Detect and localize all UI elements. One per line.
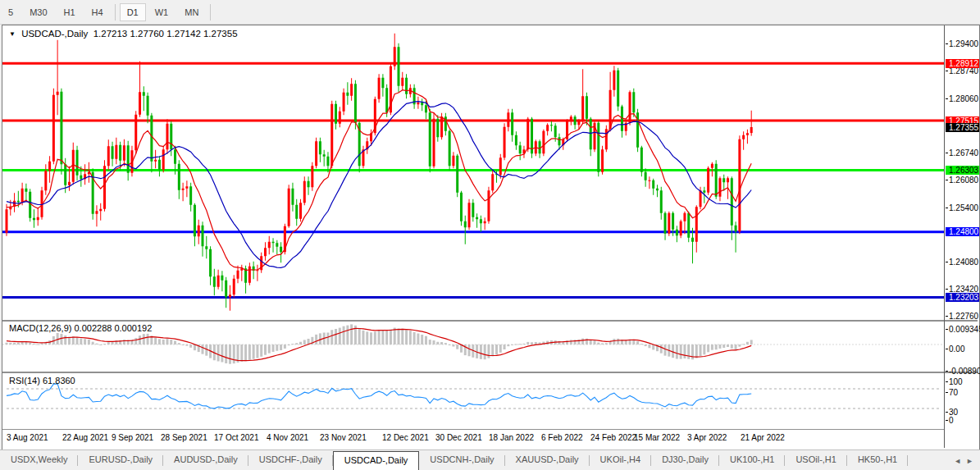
pane-separator[interactable]: [2, 372, 978, 373]
macd-axis-tick: 0.00: [949, 345, 964, 354]
axis-divider: [944, 25, 945, 448]
chart-tab-ukoil-h4[interactable]: UKOil-,H4: [590, 450, 652, 470]
timeframe-toolbar: 5M30H1H4D1W1MN: [0, 0, 980, 25]
price-axis-tick: 1.26740: [949, 148, 978, 157]
chart-tab-audusd-daily[interactable]: AUDUSD-,Daily: [163, 450, 248, 470]
date-axis: 3 Aug 202122 Aug 20219 Sep 202128 Sep 20…: [2, 429, 944, 449]
chart-window: ▼ USDCAD-,Daily 1.27213 1.27760 1.27142 …: [2, 25, 980, 450]
mt4-window: 5M30H1H4D1W1MN ▼ USDCAD-,Daily 1.27213 1…: [0, 0, 980, 470]
chart-tab-usdchf-daily[interactable]: USDCHF-,Daily: [248, 450, 333, 470]
chart-ohlc-values: 1.27213 1.27760 1.27142 1.27355: [93, 29, 238, 39]
date-axis-label: 3 Apr 2022: [687, 433, 727, 442]
chart-tab-xauusd-daily[interactable]: XAUUSD-,Daily: [505, 450, 590, 470]
timeframe-button-w1[interactable]: W1: [148, 3, 176, 21]
level-price-badge: 1.24800: [946, 227, 979, 236]
chart-tab-hk50-h1[interactable]: HK50-,H1: [847, 450, 908, 470]
date-axis-label: 18 Jan 2022: [489, 433, 534, 442]
date-axis-label: 28 Sep 2021: [161, 433, 207, 442]
date-axis-label: 9 Sep 2021: [112, 433, 153, 442]
chart-symbol-label: USDCAD-,Daily: [21, 29, 88, 39]
level-price-badge: 1.23203: [946, 293, 979, 302]
macd-axis-tick: -0.008902: [949, 367, 980, 376]
price-chart[interactable]: [2, 25, 944, 321]
toolbar-separator: [210, 4, 211, 21]
rsi-axis-tick: 70: [949, 388, 958, 397]
rsi-pane[interactable]: [2, 373, 944, 428]
rsi-axis-tick: 100: [949, 377, 963, 386]
date-axis-label: 23 Nov 2021: [320, 433, 367, 442]
tab-scroll-left-icon[interactable]: ◄: [954, 457, 961, 465]
level-price-badge: 1.28912: [946, 59, 979, 68]
price-axis-tick: 1.24080: [949, 258, 978, 267]
date-axis-label: 17 Oct 2021: [214, 433, 258, 442]
chart-tab-usdcad-daily[interactable]: USDCAD-,Daily: [333, 451, 420, 470]
current-price-badge: 1.27355: [946, 123, 979, 132]
rsi-axis-tick: 0: [949, 416, 954, 425]
chart-tabbar: USDX,WeeklyEURUSD-,DailyAUDUSD-,DailyUSD…: [0, 449, 980, 470]
chart-tab-usdcnh-daily[interactable]: USDCNH-,Daily: [419, 450, 504, 470]
price-axis-tick: 1.28060: [949, 94, 978, 103]
price-axis-tick: 1.26080: [949, 176, 978, 185]
timeframe-button-h4[interactable]: H4: [84, 3, 111, 21]
tab-scroll-arrows: ◄►: [954, 450, 980, 470]
rsi-label: RSI(14) 61.8360: [9, 376, 75, 386]
chart-tab-dj30-daily[interactable]: DJ30-,Daily: [651, 450, 719, 470]
dropdown-arrow-icon[interactable]: ▼: [9, 30, 16, 38]
timeframe-button-d1[interactable]: D1: [120, 3, 146, 21]
timeframe-button-h1[interactable]: H1: [57, 3, 83, 21]
date-axis-label: 4 Nov 2021: [267, 433, 308, 442]
chart-tab-usoil-h1[interactable]: USOil-,H1: [785, 450, 847, 470]
chart-tab-eurusd-daily[interactable]: EURUSD-,Daily: [78, 450, 163, 470]
timeframe-button-mn[interactable]: MN: [177, 3, 206, 21]
date-axis-label: 22 Aug 2021: [62, 433, 108, 442]
timeframe-button-m30[interactable]: M30: [22, 3, 54, 21]
level-price-badge: 1.26303: [946, 166, 979, 175]
price-axis-tick: 1.23420: [949, 285, 978, 294]
price-axis: 1.294001.287401.280601.267401.260801.254…: [946, 25, 979, 448]
tab-scroll-right-icon[interactable]: ►: [966, 457, 973, 465]
price-axis-tick: 1.22760: [949, 312, 978, 321]
macd-axis-tick: 0.009345: [949, 325, 980, 334]
date-axis-label: 15 Mar 2022: [634, 433, 680, 442]
date-axis-label: 6 Feb 2022: [541, 433, 583, 442]
timeframe-button-5[interactable]: 5: [1, 3, 21, 21]
toolbar-separator: [115, 4, 116, 21]
date-axis-label: 30 Dec 2021: [435, 433, 482, 442]
date-axis-label: 3 Aug 2021: [7, 433, 48, 442]
pane-separator[interactable]: [2, 320, 978, 322]
macd-label: MACD(12,26,9) 0.002288 0.000192: [9, 323, 152, 333]
date-axis-label: 12 Dec 2021: [382, 433, 429, 442]
chart-tab-uk100-h1[interactable]: UK100-,H1: [719, 450, 785, 470]
price-axis-tick: 1.29400: [949, 39, 978, 48]
date-axis-label: 24 Feb 2022: [590, 433, 636, 442]
chart-tab-usdx-weekly[interactable]: USDX,Weekly: [0, 450, 78, 470]
date-axis-label: 21 Apr 2022: [741, 433, 785, 442]
chart-title: ▼ USDCAD-,Daily 1.27213 1.27760 1.27142 …: [9, 29, 238, 39]
price-axis-tick: 1.25400: [949, 203, 978, 212]
